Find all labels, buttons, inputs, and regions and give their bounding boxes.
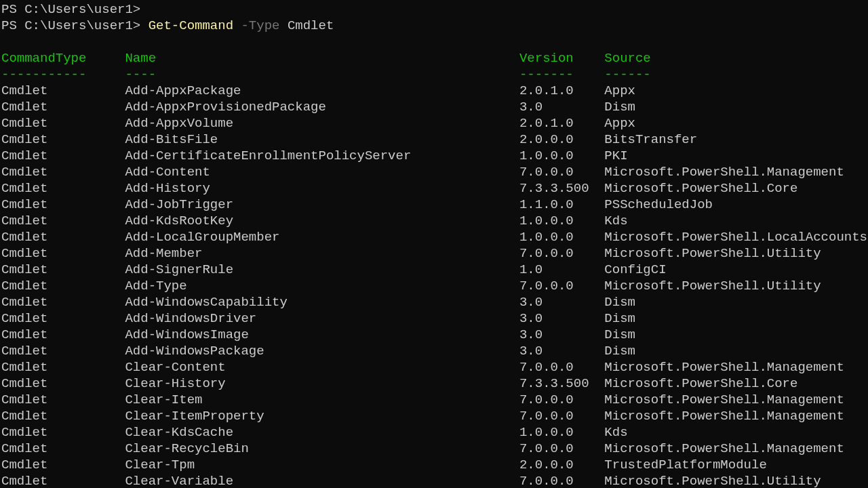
prompt-prefix: PS C:\Users\user1> bbox=[1, 18, 149, 33]
command-token: Get-Command bbox=[149, 18, 233, 33]
table-row: Cmdlet Add-WindowsPackage 3.0 Dism bbox=[1, 343, 867, 359]
parameter-token: -Type bbox=[241, 18, 279, 33]
table-row: Cmdlet Add-CertificateEnrollmentPolicySe… bbox=[1, 148, 867, 164]
table-row: Cmdlet Clear-History 7.3.3.500 Microsoft… bbox=[1, 375, 867, 392]
table-header-underline: ----------- ---- ------- ------ bbox=[1, 66, 867, 83]
table-row: Cmdlet Add-WindowsCapability 3.0 Dism bbox=[1, 294, 867, 310]
table-row: Cmdlet Add-AppxVolume 2.0.1.0 Appx bbox=[1, 115, 867, 131]
table-row: Cmdlet Clear-Variable 7.0.0.0 Microsoft.… bbox=[1, 473, 867, 488]
table-row: Cmdlet Clear-KdsCache 1.0.0.0 Kds bbox=[1, 424, 867, 441]
prompt-line-command: PS C:\Users\user1> Get-Command -Type Cmd… bbox=[1, 18, 867, 34]
table-row: Cmdlet Clear-Tpm 2.0.0.0 TrustedPlatform… bbox=[1, 457, 867, 473]
table-header: CommandType Name Version Source bbox=[1, 50, 867, 66]
blank-line bbox=[1, 34, 867, 50]
table-row: Cmdlet Add-AppxProvisionedPackage 3.0 Di… bbox=[1, 99, 867, 115]
table-row: Cmdlet Add-SignerRule 1.0 ConfigCI bbox=[1, 262, 867, 278]
table-row: Cmdlet Add-History 7.3.3.500 Microsoft.P… bbox=[1, 180, 867, 197]
table-row: Cmdlet Clear-Item 7.0.0.0 Microsoft.Powe… bbox=[1, 392, 867, 408]
argument-token: Cmdlet bbox=[288, 18, 334, 33]
table-row: Cmdlet Clear-Content 7.0.0.0 Microsoft.P… bbox=[1, 359, 867, 375]
table-row: Cmdlet Add-BitsFile 2.0.0.0 BitsTransfer bbox=[1, 131, 867, 148]
table-row: Cmdlet Add-LocalGroupMember 1.0.0.0 Micr… bbox=[1, 229, 867, 245]
table-row: Cmdlet Add-KdsRootKey 1.0.0.0 Kds bbox=[1, 213, 867, 229]
table-row: Cmdlet Add-WindowsDriver 3.0 Dism bbox=[1, 310, 867, 327]
table-row: Cmdlet Add-Member 7.0.0.0 Microsoft.Powe… bbox=[1, 245, 867, 262]
table-row: Cmdlet Clear-RecycleBin 7.0.0.0 Microsof… bbox=[1, 441, 867, 457]
terminal-output[interactable]: PS C:\Users\user1>PS C:\Users\user1> Get… bbox=[1, 1, 867, 488]
table-row: Cmdlet Add-JobTrigger 1.1.0.0 PSSchedule… bbox=[1, 197, 867, 213]
table-row: Cmdlet Clear-ItemProperty 7.0.0.0 Micros… bbox=[1, 408, 867, 424]
table-row: Cmdlet Add-Type 7.0.0.0 Microsoft.PowerS… bbox=[1, 278, 867, 294]
table-row: Cmdlet Add-Content 7.0.0.0 Microsoft.Pow… bbox=[1, 164, 867, 180]
table-row: Cmdlet Add-WindowsImage 3.0 Dism bbox=[1, 327, 867, 343]
table-row: Cmdlet Add-AppxPackage 2.0.1.0 Appx bbox=[1, 83, 867, 99]
prompt-line-empty: PS C:\Users\user1> bbox=[1, 1, 867, 18]
